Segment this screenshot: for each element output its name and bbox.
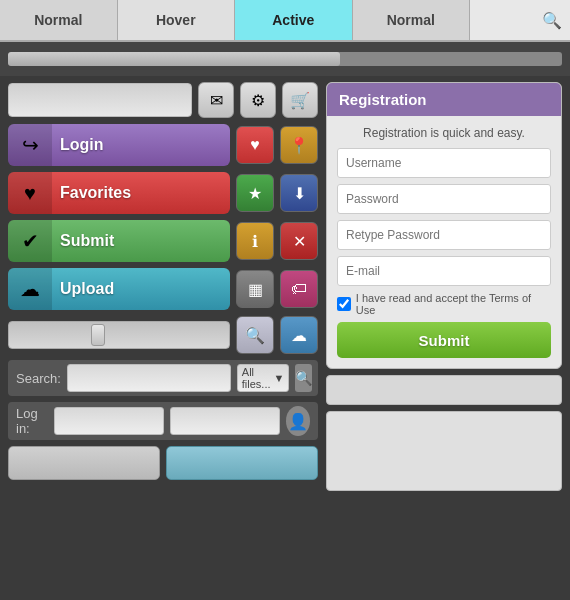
nickname-input[interactable] (54, 407, 164, 435)
login-icon: ↪ (8, 124, 52, 166)
password-input[interactable] (170, 407, 280, 435)
submit-icon: ✔ (8, 220, 52, 262)
gear-button[interactable]: ⚙ (240, 82, 276, 118)
slider-input[interactable] (8, 321, 230, 349)
reg-password-input[interactable] (337, 184, 551, 214)
terms-label: I have read and accept the Terms of Use (356, 292, 551, 316)
progress-track (8, 52, 562, 66)
submit-label: Submit (52, 232, 230, 250)
avatar-icon: 👤 (286, 406, 310, 436)
login-bar-label: Log in: (16, 406, 48, 436)
info-button[interactable]: ℹ (236, 222, 274, 260)
text-input[interactable] (8, 83, 192, 117)
download-button[interactable]: ⬇ (280, 174, 318, 212)
reg-username-input[interactable] (337, 148, 551, 178)
submit-button[interactable]: ✔ Submit (8, 220, 230, 262)
registration-header: Registration (327, 83, 561, 116)
upload-icon: ☁ (8, 268, 52, 310)
favorites-button[interactable]: ♥ Favorites (8, 172, 230, 214)
upload-label: Upload (52, 280, 230, 298)
favorites-icon: ♥ (8, 172, 52, 214)
search-small-button[interactable]: 🔍 (236, 316, 274, 354)
tag-button[interactable]: 🏷 (280, 270, 318, 308)
dropdown-arrow-icon: ▼ (274, 372, 285, 384)
top-nav: Normal Hover Active Normal 🔍 (0, 0, 570, 42)
bottom-blue-button[interactable] (166, 446, 318, 480)
terms-row: I have read and accept the Terms of Use (337, 292, 551, 316)
upload-btn-row: ☁ Upload ▦ 🏷 (8, 268, 318, 310)
left-panel: ✉ ⚙ 🛒 ↪ Login ♥ 📍 ♥ Favorites ★ ⬇ ✔ (8, 82, 318, 491)
login-label: Login (52, 136, 230, 154)
grid-button[interactable]: ▦ (236, 270, 274, 308)
tab-normal2[interactable]: Normal (353, 0, 471, 40)
nav-search-area: 🔍 (470, 0, 570, 40)
submit-btn-row: ✔ Submit ℹ ✕ (8, 220, 318, 262)
terms-checkbox[interactable] (337, 297, 351, 311)
right-textarea-area (326, 411, 562, 491)
tab-normal1[interactable]: Normal (0, 0, 118, 40)
right-bottom-bar (326, 375, 562, 405)
bottom-gray-button[interactable] (8, 446, 160, 480)
login-button[interactable]: ↪ Login (8, 124, 230, 166)
nav-search-icon[interactable]: 🔍 (542, 11, 562, 30)
progress-row (0, 42, 570, 76)
right-panel: Registration Registration is quick and e… (326, 82, 562, 491)
registration-box: Registration Registration is quick and e… (326, 82, 562, 369)
input-icon-row: ✉ ⚙ 🛒 (8, 82, 318, 118)
favorites-btn-row: ♥ Favorites ★ ⬇ (8, 172, 318, 214)
pin-button[interactable]: 📍 (280, 126, 318, 164)
cart-button[interactable]: 🛒 (282, 82, 318, 118)
progress-fill (8, 52, 340, 66)
star-button[interactable]: ★ (236, 174, 274, 212)
slider-row: 🔍 ☁ (8, 316, 318, 354)
reg-submit-button[interactable]: Submit (337, 322, 551, 358)
search-go-button[interactable]: 🔍 (295, 364, 312, 392)
favorites-label: Favorites (52, 184, 230, 202)
heart-button[interactable]: ♥ (236, 126, 274, 164)
upload-button[interactable]: ☁ Upload (8, 268, 230, 310)
reg-retype-input[interactable] (337, 220, 551, 250)
tab-active[interactable]: Active (235, 0, 353, 40)
registration-body: Registration is quick and easy. I have r… (327, 116, 561, 368)
cloud-button[interactable]: ☁ (280, 316, 318, 354)
login-btn-row: ↪ Login ♥ 📍 (8, 124, 318, 166)
close-button[interactable]: ✕ (280, 222, 318, 260)
search-input[interactable] (67, 364, 231, 392)
mail-button[interactable]: ✉ (198, 82, 234, 118)
reg-email-input[interactable] (337, 256, 551, 286)
search-bar: Search: All files... ▼ 🔍 (8, 360, 318, 396)
search-dropdown[interactable]: All files... ▼ (237, 364, 290, 392)
registration-tagline: Registration is quick and easy. (337, 126, 551, 140)
search-bar-label: Search: (16, 371, 61, 386)
dropdown-text: All files... (242, 366, 271, 390)
bottom-buttons (8, 446, 318, 480)
main-content: ✉ ⚙ 🛒 ↪ Login ♥ 📍 ♥ Favorites ★ ⬇ ✔ (0, 76, 570, 497)
tab-hover[interactable]: Hover (118, 0, 236, 40)
login-bar: Log in: 👤 (8, 402, 318, 440)
